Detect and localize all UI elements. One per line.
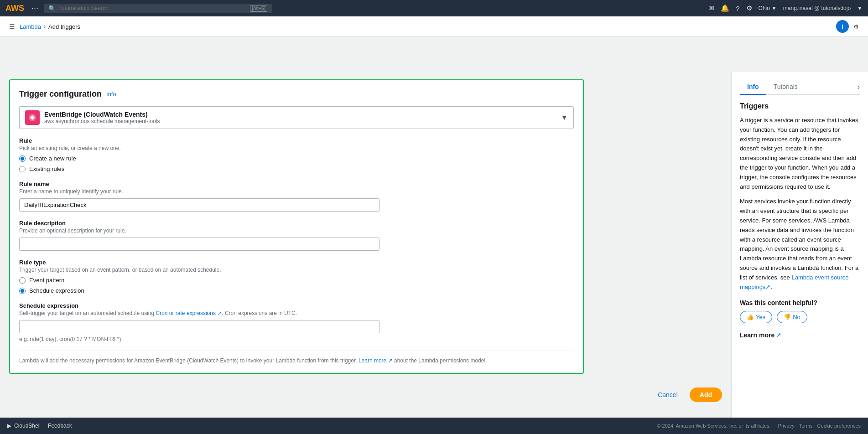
rule-type-schedule-expression-label: Schedule expression <box>29 287 84 294</box>
schedule-hint-suffix: . Cron expressions are in UTC. <box>222 310 297 316</box>
rule-radio-existing[interactable] <box>19 166 26 172</box>
region-selector[interactable]: Ohio ▼ <box>759 5 777 11</box>
rule-type-radio-group: Event pattern Schedule expression <box>19 277 574 294</box>
selector-chevron-icon: ▼ <box>561 114 568 122</box>
rule-hint: Pick an existing rule, or create a new o… <box>19 145 574 151</box>
panel-section-title: Triggers <box>740 102 860 110</box>
breadcrumb-bar: ☰ Lambda › Add triggers i ⚙ <box>0 16 868 37</box>
trigger-configuration-card: Trigger configuration Info EventBridge (… <box>9 79 584 374</box>
user-menu[interactable]: mang.inasal @ tutorialsdojo <box>783 5 851 11</box>
no-button[interactable]: 👎 No <box>777 311 807 323</box>
content-area: Trigger configuration Info EventBridge (… <box>0 72 731 434</box>
permission-note-suffix: about the Lambda permissions model. <box>393 357 487 364</box>
cookie-preferences-link[interactable]: Cookie preferences <box>817 423 861 429</box>
helpful-buttons: 👍 Yes 👎 No <box>740 311 860 323</box>
rule-type-radio-schedule-expression[interactable] <box>19 288 26 294</box>
bottom-links: Privacy Terms Cookie preferences <box>778 423 861 429</box>
terms-link[interactable]: Terms <box>799 423 813 429</box>
breadcrumb-current: Add triggers <box>48 23 80 30</box>
helpful-question: Was this content helpful? <box>740 299 860 306</box>
nav-right: ✉ 🔔 ? ⚙ Ohio ▼ mang.inasal @ tutorialsdo… <box>708 4 863 12</box>
cloudshell-label: CloudShell <box>14 423 41 429</box>
card-title: Trigger configuration Info <box>19 89 574 99</box>
rule-name-input[interactable] <box>19 198 379 212</box>
grid-icon[interactable]: ⋅⋅⋅ <box>31 4 38 13</box>
right-panel: Info Tutorials › Triggers A trigger is a… <box>731 72 868 434</box>
panel-tabs: Info Tutorials › <box>740 79 860 95</box>
top-navigation: AWS ⋅⋅⋅ 🔍 [Alt+S] ✉ 🔔 ? ⚙ Ohio ▼ mang.in… <box>0 0 868 16</box>
tab-info[interactable]: Info <box>740 79 766 95</box>
permission-note: Lambda will add the necessary permission… <box>19 351 574 364</box>
rule-description-hint: Provide an optional description for your… <box>19 227 574 234</box>
rule-name-hint: Enter a name to uniquely identify your r… <box>19 188 574 195</box>
service-icon <box>25 110 40 125</box>
external-link-icon: ↗ <box>217 310 222 316</box>
menu-icon[interactable]: ☰ <box>9 23 15 30</box>
search-input[interactable] <box>58 5 247 11</box>
panel-body-2: Most services invoke your function direc… <box>740 197 860 292</box>
rule-radio-create-new[interactable] <box>19 155 26 162</box>
inbox-icon[interactable]: ✉ <box>708 4 714 12</box>
service-selector[interactable]: EventBridge (CloudWatch Events) aws asyn… <box>19 106 574 129</box>
panel-expand-icon[interactable]: › <box>858 83 860 91</box>
breadcrumb-lambda[interactable]: Lambda <box>20 23 41 30</box>
terminal-icon: ▶ <box>7 423 11 429</box>
rule-option-create-new-label: Create a new rule <box>29 155 76 162</box>
rule-type-hint: Trigger your target based on an event pa… <box>19 267 574 273</box>
rule-option-existing[interactable]: Existing rules <box>19 165 574 172</box>
cancel-button[interactable]: Cancel <box>651 388 684 402</box>
no-label: No <box>793 314 800 320</box>
yes-label: Yes <box>756 314 765 320</box>
search-icon: 🔍 <box>48 5 56 12</box>
schedule-expression-hint: Self-trigger your target on an automated… <box>19 310 574 316</box>
region-label: Ohio <box>759 5 770 11</box>
trigger-info-link[interactable]: Info <box>106 91 116 98</box>
settings-icon[interactable]: ⚙ <box>746 4 752 12</box>
rule-section: Rule Pick an existing rule, or create a … <box>19 137 574 172</box>
lambda-link-external-icon: ↗ <box>765 284 770 290</box>
service-info: EventBridge (CloudWatch Events) aws asyn… <box>44 111 160 124</box>
thumbs-up-icon: 👍 <box>747 314 754 320</box>
rule-name-label: Rule name <box>19 181 574 187</box>
settings-header-icon[interactable]: ⚙ <box>853 23 859 30</box>
rule-type-event-pattern-label: Event pattern <box>29 277 64 284</box>
user-chevron-icon: ▼ <box>857 5 863 11</box>
privacy-link[interactable]: Privacy <box>778 423 795 429</box>
rule-description-label: Rule description <box>19 220 574 227</box>
rule-type-event-pattern[interactable]: Event pattern <box>19 277 574 284</box>
aws-logo: AWS <box>5 4 24 13</box>
schedule-expression-label: Schedule expression <box>19 302 574 309</box>
copyright: © 2024, Amazon Web Services, Inc. or its… <box>657 423 770 429</box>
schedule-expression-input[interactable] <box>19 320 379 333</box>
help-icon[interactable]: ? <box>736 5 739 12</box>
action-row: Cancel Add <box>9 383 722 402</box>
learn-more-permission-link[interactable]: Learn more <box>359 357 386 364</box>
search-shortcut: [Alt+S] <box>250 5 267 12</box>
info-circle-button[interactable]: i <box>836 20 849 33</box>
main-layout: Trigger configuration Info EventBridge (… <box>0 72 868 434</box>
rule-option-create-new[interactable]: Create a new rule <box>19 155 574 162</box>
rule-description-input[interactable] <box>19 238 379 251</box>
rule-type-radio-event-pattern[interactable] <box>19 277 26 284</box>
rule-description-section: Rule description Provide an optional des… <box>19 220 574 251</box>
bell-icon[interactable]: 🔔 <box>721 4 729 12</box>
learn-more-title-text: Learn more <box>740 331 774 339</box>
rule-type-schedule-expression[interactable]: Schedule expression <box>19 287 574 294</box>
search-bar[interactable]: 🔍 [Alt+S] <box>44 4 272 13</box>
tab-tutorials[interactable]: Tutorials <box>766 79 805 95</box>
thumbs-down-icon: 👎 <box>784 314 791 320</box>
external-link-small-icon: ↗ <box>388 357 393 364</box>
cloudshell-button[interactable]: ▶ CloudShell <box>7 423 41 429</box>
bottom-bar: ▶ CloudShell Feedback © 2024, Amazon Web… <box>0 418 868 434</box>
feedback-button[interactable]: Feedback <box>48 423 72 429</box>
region-chevron-icon: ▼ <box>771 5 777 11</box>
add-button[interactable]: Add <box>690 388 722 402</box>
panel-body-2-text: Most services invoke your function direc… <box>740 198 858 280</box>
rule-type-section: Rule type Trigger your target based on a… <box>19 259 574 294</box>
rule-type-label: Rule type <box>19 259 574 266</box>
cron-rate-link[interactable]: Cron or rate expressions <box>156 310 216 316</box>
panel-body-1: A trigger is a service or resource that … <box>740 116 860 191</box>
yes-button[interactable]: 👍 Yes <box>740 311 772 323</box>
learn-more-external-icon: ↗ <box>776 332 781 338</box>
schedule-expression-section: Schedule expression Self-trigger your ta… <box>19 302 574 342</box>
